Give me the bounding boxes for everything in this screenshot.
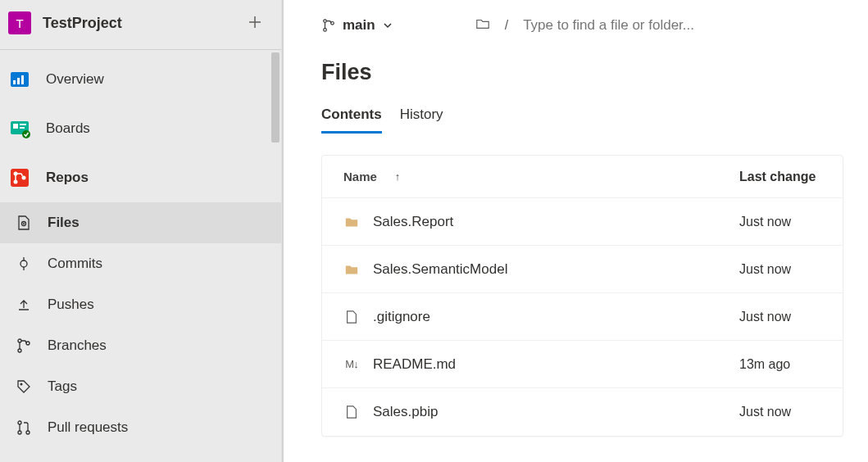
chevron-down-icon [382,20,393,31]
pushes-icon [15,296,33,314]
svg-point-24 [324,28,327,31]
last-change: Just now [739,262,821,277]
last-change: Just now [739,405,821,419]
sidebar-item-branches[interactable]: Branches [0,325,281,366]
add-button[interactable] [243,14,266,33]
sidebar-item-tags[interactable]: Tags [0,366,281,407]
files-icon [15,214,33,232]
folder-root-icon[interactable] [475,16,490,34]
branch-name: main [343,17,375,34]
folder-icon [343,262,360,277]
overview-icon [8,68,31,91]
sidebar-item-boards[interactable]: Boards [0,104,281,153]
file-icon [343,405,360,419]
svg-point-21 [18,431,21,434]
svg-point-11 [14,180,18,184]
nav-label: Pull requests [48,419,128,436]
branches-icon [15,337,33,355]
sidebar-item-commits[interactable]: Commits [0,243,281,284]
svg-rect-9 [11,169,29,187]
last-change: Just now [739,310,821,324]
table-row[interactable]: M↓ README.md 13m ago [322,341,843,388]
file-name: .gitignore [373,309,430,325]
path-separator: / [505,18,508,33]
sort-ascending-icon: ↑ [395,170,401,183]
file-name: Sales.SemanticModel [373,261,507,278]
sidebar-item-files[interactable]: Files [0,202,281,243]
svg-point-20 [18,421,21,424]
svg-point-10 [14,172,18,176]
path-search-input[interactable] [523,17,752,34]
nav-label: Pushes [48,297,94,313]
svg-rect-5 [13,124,18,129]
nav-label: Tags [48,378,77,395]
header-name-text: Name [343,170,377,183]
project-header: T TestProject [0,0,281,50]
project-title[interactable]: TestProject [43,15,232,32]
page-title: Files [284,38,843,88]
sidebar: T TestProject Overview Boards Repos File… [0,0,282,462]
table-header: Name ↑ Last change [322,156,843,198]
sidebar-item-pushes[interactable]: Pushes [0,284,281,325]
table-row[interactable]: Sales.pbip Just now [322,388,843,436]
pull-requests-icon [15,419,33,437]
file-name: Sales.pbip [373,404,438,420]
svg-rect-7 [20,127,25,129]
project-avatar[interactable]: T [8,11,31,34]
top-bar: main / [284,13,843,38]
branch-selector[interactable]: main [321,17,393,34]
nav-label: Repos [46,170,89,186]
boards-icon [8,117,31,140]
nav-label: Commits [48,256,102,272]
svg-point-14 [23,223,25,224]
column-header-name[interactable]: Name ↑ [343,170,739,183]
last-change: Just now [739,215,821,229]
file-name: Sales.Report [373,214,453,230]
svg-rect-3 [21,75,24,84]
column-header-last-change[interactable]: Last change [739,170,821,184]
svg-point-15 [20,260,27,267]
svg-point-12 [22,176,26,180]
tab-history[interactable]: History [400,106,443,134]
nav-label: Files [48,215,80,231]
markdown-icon: M↓ [343,358,360,370]
sidebar-item-pull-requests[interactable]: Pull requests [0,407,281,448]
plus-icon [248,16,261,29]
sidebar-item-repos[interactable]: Repos [0,153,281,202]
main-content: main / Files Contents History Name ↑ Las… [282,0,868,462]
sidebar-item-overview[interactable]: Overview [0,55,281,104]
svg-rect-1 [13,80,16,84]
nav-label: Boards [46,120,90,137]
tags-icon [15,378,33,396]
sidebar-scrollbar[interactable] [271,52,279,143]
repos-icon [8,166,31,189]
table-row[interactable]: Sales.Report Just now [322,198,843,246]
svg-rect-2 [17,78,20,84]
commits-icon [15,255,33,273]
folder-icon [343,215,360,229]
nav-label: Overview [46,71,104,88]
branch-icon [321,18,336,33]
table-row[interactable]: Sales.SemanticModel Just now [322,246,843,293]
svg-rect-6 [20,124,26,125]
table-row[interactable]: .gitignore Just now [322,293,843,341]
svg-point-22 [26,431,30,434]
svg-point-8 [22,130,30,138]
file-table: Name ↑ Last change Sales.Report Just now… [321,155,843,437]
svg-point-17 [18,349,21,352]
file-icon [343,310,360,324]
tab-contents[interactable]: Contents [321,106,382,134]
nav-label: Branches [48,337,107,354]
tabs: Contents History [284,88,843,134]
svg-point-19 [20,383,23,386]
svg-point-23 [324,19,327,22]
svg-point-16 [18,339,21,342]
file-name: README.md [373,356,456,373]
last-change: 13m ago [739,357,821,372]
